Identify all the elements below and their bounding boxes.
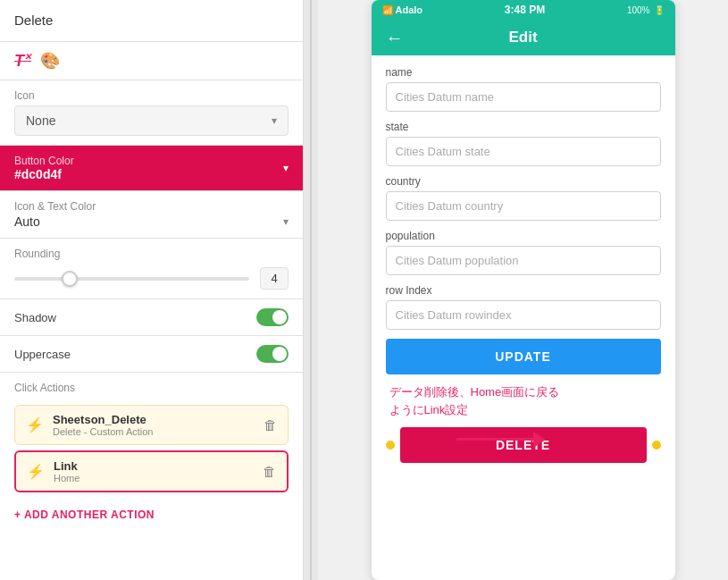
action-name: Link [54, 459, 254, 473]
status-right: 100% 🔋 [627, 5, 665, 15]
button-color-title: Button Color [14, 155, 74, 167]
button-color-info: Button Color #dc0d4f [14, 155, 74, 181]
add-action-button[interactable]: + ADD ANOTHER ACTION [0, 498, 303, 532]
palette-icon: 🎨 [40, 51, 60, 71]
field-state-input[interactable]: Cities Datum state [386, 137, 661, 166]
field-name-input[interactable]: Cities Datum name [386, 82, 661, 112]
right-panel: 📶 Adalo 3:48 PM 100% 🔋 ← Edit name Citie… [318, 0, 728, 580]
chevron-down-icon: ▾ [283, 162, 289, 174]
action-item-sheetson-delete[interactable]: ⚡ Sheetson_Delete Delete - Custom Action… [14, 405, 289, 445]
back-arrow-icon[interactable]: ← [386, 28, 404, 48]
icon-field-label: Icon [14, 89, 289, 102]
field-name: name Cities Datum name [386, 66, 661, 112]
icon-text-color-label: Icon & Text Color [14, 200, 289, 213]
icon-field: Icon None ▾ [0, 80, 303, 146]
dot-left [386, 441, 395, 450]
button-color-section[interactable]: Button Color #dc0d4f ▾ [0, 146, 303, 191]
field-country: country Cities Datum country [386, 175, 661, 221]
field-rowindex-input[interactable]: Cities Datum rowindex [386, 300, 661, 330]
form-content: name Cities Datum name state Cities Datu… [372, 55, 675, 474]
action-info: Sheetson_Delete Delete - Custom Action [53, 413, 255, 437]
delete-button[interactable]: DELETE [400, 427, 647, 463]
left-panel: Delete T✕ 🎨 Icon None ▾ Button Color #dc… [0, 0, 304, 580]
field-rowindex: row Index Cities Datum rowindex [386, 284, 661, 330]
field-state: state Cities Datum state [386, 121, 661, 166]
rounding-section: Rounding 4 [0, 239, 303, 299]
action-sub: Home [54, 473, 254, 483]
icon-text-color-value: Auto [14, 214, 40, 229]
phone-frame: 📶 Adalo 3:48 PM 100% 🔋 ← Edit name Citie… [372, 0, 675, 580]
icon-select-value: None [26, 113, 55, 128]
rounding-label: Rounding [14, 248, 289, 260]
status-time: 3:48 PM [505, 4, 545, 16]
field-name-label: name [386, 66, 661, 79]
field-state-label: state [386, 121, 661, 133]
uppercase-toggle-section: Uppercase [0, 336, 303, 373]
action-icon: ⚡ [27, 463, 45, 480]
icon-select[interactable]: None ▾ [14, 105, 289, 136]
dot-right [652, 441, 661, 450]
rounding-value[interactable]: 4 [260, 267, 289, 290]
click-actions-label: Click Actions [0, 373, 303, 399]
slider-thumb[interactable] [62, 271, 78, 287]
chevron-down-icon: ▾ [272, 114, 277, 127]
delete-section: Delete [0, 0, 303, 42]
icon-text-color-field: Icon & Text Color Auto ▾ [0, 191, 303, 239]
action-item-link[interactable]: ⚡ Link Home 🗑 [14, 450, 289, 492]
field-country-label: country [386, 175, 661, 188]
uppercase-toggle[interactable] [256, 345, 289, 363]
divider-line [310, 0, 312, 580]
signal-icon: 📶 [382, 5, 393, 15]
uppercase-label: Uppercase [14, 348, 71, 361]
delete-label: Delete [14, 13, 53, 28]
divider [304, 0, 318, 580]
annotation-text: データ削除後、Home画面に戻るようにLink設定 [386, 383, 661, 418]
update-button[interactable]: UPDATE [386, 339, 661, 374]
delete-btn-wrapper: DELETE [386, 427, 661, 463]
action-sub: Delete - Custom Action [53, 426, 255, 437]
action-info: Link Home [54, 459, 254, 483]
status-left: 📶 Adalo [382, 4, 423, 15]
status-bar: 📶 Adalo 3:48 PM 100% 🔋 [372, 0, 675, 20]
field-population-label: population [386, 230, 661, 242]
icon-type-row: T✕ 🎨 [0, 42, 303, 80]
shadow-toggle-section: Shadow [0, 299, 303, 336]
trash-icon[interactable]: 🗑 [264, 417, 277, 433]
tx-icon: T✕ [14, 52, 31, 71]
battery-icon: 🔋 [654, 5, 665, 15]
trash-icon[interactable]: 🗑 [263, 464, 276, 479]
field-population-input[interactable]: Cities Datum population [386, 246, 661, 275]
icon-text-color-row: Auto ▾ [14, 214, 289, 229]
button-color-value: #dc0d4f [14, 167, 74, 181]
status-app-name: Adalo [396, 4, 423, 15]
rounding-slider[interactable] [14, 277, 249, 281]
field-country-input[interactable]: Cities Datum country [386, 191, 661, 221]
field-rowindex-label: row Index [386, 284, 661, 297]
shadow-toggle[interactable] [256, 308, 289, 326]
app-title: Edit [508, 29, 537, 46]
rounding-row: 4 [14, 267, 289, 290]
action-name: Sheetson_Delete [53, 413, 255, 426]
add-action-label: + ADD ANOTHER ACTION [14, 509, 155, 521]
field-population: population Cities Datum population [386, 230, 661, 275]
chevron-down-icon: ▾ [283, 215, 289, 228]
action-icon: ⚡ [26, 416, 44, 433]
battery-level: 100% [627, 5, 650, 15]
shadow-label: Shadow [14, 311, 56, 324]
app-header: ← Edit [372, 20, 675, 55]
